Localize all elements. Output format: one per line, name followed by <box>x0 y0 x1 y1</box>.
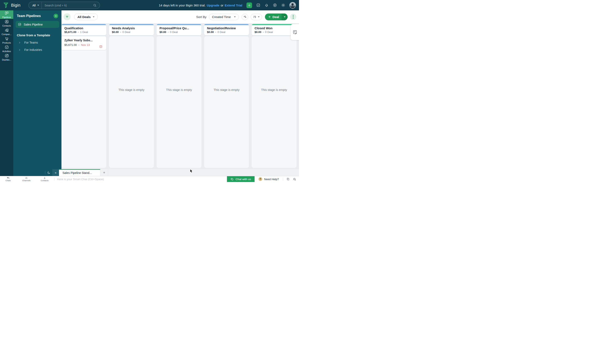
sidebar-item-pipelines[interactable]: Pipelines <box>0 10 13 19</box>
bottom-search-icon[interactable] <box>293 178 296 181</box>
stage-header[interactable]: Closed Won $0.00 0 Deal <box>252 24 297 35</box>
chevron-down-icon <box>93 16 94 17</box>
stage-body: This stage is empty <box>204 36 249 168</box>
clone-section-title: Clone from a Template <box>17 33 61 37</box>
pipeline-item-label: Sales Pipeline <box>24 23 43 26</box>
stage-header[interactable]: Proposal/Price Qu... $0.00 0 Deal <box>157 24 201 35</box>
add-deal-label: Deal <box>272 15 279 19</box>
notes-panel-toggle[interactable] <box>291 24 299 40</box>
search-input[interactable] <box>42 4 93 7</box>
module-sidebar: Pipelines Contacts Compan... Products Ac… <box>0 10 13 176</box>
search-scope-value: All <box>32 4 36 7</box>
deal-title: Zylker Yearly Subs... <box>64 39 103 42</box>
overdue-task-calendar-icon[interactable] <box>99 45 102 48</box>
chevron-right-icon <box>18 49 21 51</box>
add-deal-dropdown[interactable] <box>282 14 288 20</box>
dot-separator <box>78 32 79 32</box>
sidebar-item-contacts[interactable]: Contacts <box>0 19 13 27</box>
sidebar-item-dashboards[interactable]: Dashbo... <box>0 53 13 61</box>
more-options-button[interactable] <box>290 14 296 20</box>
add-deal-main[interactable]: Deal <box>265 14 282 20</box>
stage-amount: $0.00 <box>159 31 166 34</box>
template-group-for-industries[interactable]: For Industries <box>18 48 61 51</box>
sidebar-item-label: Compan... <box>2 33 12 35</box>
deal-amount: $5,671.00 <box>64 43 77 47</box>
contacts-person-icon <box>5 19 9 24</box>
activities-calendar-icon <box>5 45 9 49</box>
add-tab-button[interactable]: + <box>100 169 108 176</box>
sort-field-dropdown[interactable]: Created Time <box>209 14 239 20</box>
sidebar-item-products[interactable]: Products <box>0 36 13 44</box>
chevron-down-icon <box>37 5 39 6</box>
search-scope-dropdown[interactable]: All <box>29 4 42 7</box>
tasks-icon[interactable] <box>256 3 260 7</box>
dark-mode-moon-icon[interactable] <box>47 171 50 174</box>
kanban-board: Qualification $5,671.00 1 Deal Zylker Ye… <box>61 23 299 169</box>
add-deal-button[interactable]: Deal <box>265 14 288 20</box>
channels-button[interactable]: Channels <box>22 177 31 182</box>
stage-deal-count: 0 Deal <box>170 31 178 34</box>
extend-trial-link[interactable]: Extend Trial <box>225 4 242 7</box>
app-logo[interactable]: Bigin <box>0 2 25 8</box>
stage-body: This stage is empty <box>157 36 201 168</box>
deals-view-value: All Deals <box>77 15 91 19</box>
stage-deal-count: 0 Deal <box>123 31 130 34</box>
stage-column-closed-won: Closed Won $0.00 0 Deal This stage is em… <box>252 24 297 168</box>
note-edit-icon <box>292 30 297 34</box>
zia-lightning-icon[interactable] <box>273 3 277 7</box>
chat-with-us-label: Chat with us <box>235 178 251 181</box>
user-avatar[interactable] <box>290 2 296 8</box>
trial-message: 14 days left in your Bigin 360 trial. <box>159 4 206 7</box>
dot-separator <box>263 32 264 32</box>
or-text: or <box>221 4 224 7</box>
pipeline-item-sales-pipeline[interactable]: Sales Pipeline <box>16 21 59 28</box>
notifications-bell-icon[interactable] <box>265 3 269 7</box>
upgrade-link[interactable]: Upgrade <box>207 4 219 7</box>
board-toolbar: All Deals Sort By Created Time Deal <box>61 10 299 23</box>
stage-header[interactable]: Needs Analysis $0.00 0 Deal <box>109 24 154 35</box>
chats-label: Chats <box>6 179 11 182</box>
add-pipeline-button[interactable] <box>54 14 58 18</box>
sort-field-value: Created Time <box>212 15 231 19</box>
stage-name: Closed Won <box>255 26 294 30</box>
sidebar-item-activities[interactable]: Activities <box>0 44 13 53</box>
template-group-for-teams[interactable]: For Teams <box>18 41 61 44</box>
stage-amount: $0.00 <box>255 31 261 34</box>
settings-gear-icon[interactable] <box>281 3 285 7</box>
deal-card[interactable]: Zylker Yearly Subs... $5,671.00 Nov 13 <box>61 36 106 50</box>
tab-sales-pipeline-standard[interactable]: Sales Pipeline Stand... <box>59 169 100 176</box>
divider <box>45 171 45 174</box>
companies-building-icon <box>5 28 9 32</box>
stage-header[interactable]: Qualification $5,671.00 1 Deal <box>61 24 106 35</box>
collapse-glyph: « <box>55 171 57 174</box>
pipelines-kanban-icon <box>5 11 9 15</box>
filter-funnel-icon[interactable] <box>64 13 71 20</box>
search-icon[interactable] <box>93 4 100 7</box>
stage-amount: $5,671.00 <box>64 31 76 34</box>
need-help-button[interactable]: ? Need Help? <box>258 177 279 181</box>
template-group-label: For Industries <box>24 48 42 51</box>
sidebar-item-companies[interactable]: Compan... <box>0 27 13 36</box>
empty-stage-text: This stage is empty <box>157 88 201 91</box>
chats-button[interactable]: Chats <box>3 177 13 182</box>
stage-header[interactable]: Negotiation/Review $0.00 0 Deal <box>204 24 249 35</box>
trend-chart-icon <box>18 23 21 26</box>
stage-amount: $0.00 <box>112 31 119 34</box>
collapse-panel-button[interactable]: « <box>52 169 59 176</box>
quick-add-button[interactable] <box>247 2 252 8</box>
stage-body: This stage is empty <box>109 36 154 168</box>
channels-label: Channels <box>22 179 31 182</box>
bigin-app: Bigin All 14 days left in your Bigin 360… <box>0 0 299 182</box>
stage-deal-count: 0 Deal <box>218 31 225 34</box>
chat-with-us-button[interactable]: Chat with us <box>227 176 254 182</box>
deals-view-dropdown[interactable]: All Deals <box>74 14 98 20</box>
smart-chat-input[interactable] <box>55 178 227 181</box>
board-columns-view-button[interactable] <box>251 14 262 20</box>
contacts-button[interactable]: Contacts <box>40 177 50 182</box>
chevron-down-icon <box>258 16 259 17</box>
sort-direction-button[interactable] <box>242 14 248 20</box>
plus-glyph: + <box>103 170 105 175</box>
copy-pages-icon[interactable] <box>286 178 290 181</box>
main-content: All Deals Sort By Created Time Deal <box>61 10 299 169</box>
stage-deal-count: 1 Deal <box>80 31 88 34</box>
